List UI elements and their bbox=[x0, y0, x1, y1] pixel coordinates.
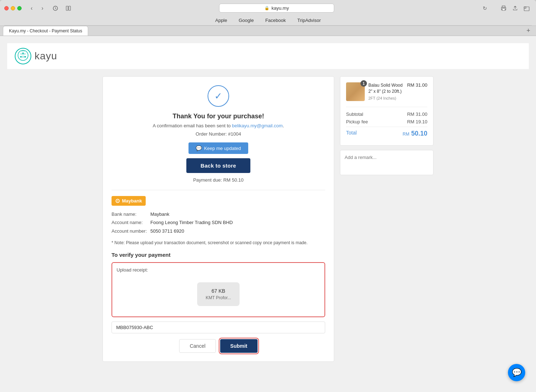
close-button[interactable] bbox=[4, 6, 9, 10]
active-tab[interactable]: Kayu.my - Checkout - Payment Status bbox=[3, 26, 88, 36]
right-panel: 1 Balau Solid Wood 2" x 8" (2 to 20ft.) … bbox=[340, 76, 433, 362]
pickup-fee-value: RM 19.10 bbox=[407, 119, 427, 124]
browser-window: ‹ › 🔒 kayu.my ↻ bbox=[0, 0, 536, 392]
logo-text: kayu bbox=[35, 50, 57, 62]
confirmation-text: A confirmation email has been sent to be… bbox=[112, 123, 325, 128]
svg-point-9 bbox=[22, 53, 24, 54]
bank-symbol-icon: ⊙ bbox=[115, 197, 120, 204]
remark-box bbox=[340, 150, 433, 175]
success-icon-container: ✓ bbox=[112, 85, 325, 107]
minimize-button[interactable] bbox=[11, 6, 15, 10]
account-number-value: 5050 3711 6920 bbox=[150, 227, 184, 235]
product-variant: 2FT (24 Inches) bbox=[368, 96, 404, 100]
print-button[interactable] bbox=[499, 4, 509, 13]
new-tab-button[interactable] bbox=[522, 4, 532, 13]
product-quantity-badge: 1 bbox=[360, 80, 367, 87]
upload-label: Upload receipt: bbox=[117, 267, 320, 273]
svg-rect-7 bbox=[524, 7, 526, 8]
svg-rect-2 bbox=[69, 6, 71, 10]
bank-name-label: Bank name: bbox=[112, 210, 147, 218]
subtotal-label: Subtotal bbox=[346, 111, 363, 117]
bank-details: Bank name: Maybank Account name: Foong L… bbox=[112, 210, 325, 235]
total-currency: RM bbox=[403, 132, 409, 137]
thank-you-title: Thank You for your purchase! bbox=[112, 113, 325, 120]
upload-receipt-box: Upload receipt: 67 KB KMT Profor... bbox=[112, 262, 325, 317]
messenger-fab[interactable]: 💬 bbox=[508, 364, 525, 381]
main-layout: ✓ Thank You for your purchase! A confirm… bbox=[103, 76, 433, 362]
maximize-button[interactable] bbox=[17, 6, 22, 10]
order-summary-card: 1 Balau Solid Wood 2" x 8" (2 to 20ft.) … bbox=[340, 76, 433, 146]
confirmation-email[interactable]: belikayu.my@gmail.com bbox=[232, 123, 283, 128]
pickup-fee-row: Pickup fee RM 19.10 bbox=[346, 119, 427, 124]
verify-payment-title: To verify your payment bbox=[112, 252, 325, 258]
bookmark-tripadvisor[interactable]: TripAdvisor bbox=[297, 18, 321, 23]
share-button[interactable] bbox=[510, 4, 520, 13]
divider bbox=[112, 190, 325, 190]
pickup-fee-label: Pickup fee bbox=[346, 119, 368, 124]
total-label: Total bbox=[346, 130, 357, 137]
remark-input[interactable] bbox=[345, 155, 429, 169]
file-preview: 67 KB KMT Profor... bbox=[197, 282, 240, 306]
logo-container: kayu bbox=[14, 47, 57, 65]
bank-note: * Note: Please upload your transaction d… bbox=[112, 240, 325, 246]
layout-button[interactable] bbox=[63, 4, 73, 13]
svg-point-10 bbox=[20, 56, 22, 58]
left-panel: ✓ Thank You for your purchase! A confirm… bbox=[103, 76, 334, 362]
product-price: RM 31.00 bbox=[407, 82, 427, 101]
total-value: 50.10 bbox=[411, 130, 427, 137]
file-size: 67 KB bbox=[206, 288, 231, 294]
product-thumb-container: 1 bbox=[346, 82, 365, 101]
account-number-label: Account number: bbox=[112, 227, 147, 235]
traffic-lights bbox=[4, 6, 22, 10]
logo-icon bbox=[14, 47, 32, 65]
bank-name-value: Maybank bbox=[150, 210, 169, 218]
order-number: Order Number: #1004 bbox=[112, 131, 325, 137]
product-info: Balau Solid Wood 2" x 8" (2 to 20ft.) 2F… bbox=[368, 82, 404, 101]
browser-titlebar: ‹ › 🔒 kayu.my ↻ bbox=[0, 0, 536, 26]
svg-point-11 bbox=[24, 56, 26, 58]
bookmark-facebook[interactable]: Facebook bbox=[265, 18, 286, 23]
address-text: kayu.my bbox=[272, 5, 289, 11]
lock-icon: 🔒 bbox=[264, 6, 269, 10]
file-name: KMT Profor... bbox=[206, 295, 231, 300]
svg-rect-5 bbox=[502, 9, 505, 10]
history-button[interactable] bbox=[50, 4, 60, 13]
address-bar[interactable]: 🔒 kayu.my bbox=[219, 4, 334, 13]
site-header: kayu bbox=[7, 43, 529, 69]
bank-logo: ⊙ Maybank bbox=[112, 196, 146, 206]
cancel-button[interactable]: Cancel bbox=[179, 339, 216, 353]
product-name: Balau Solid Wood 2" x 8" (2 to 20ft.) bbox=[368, 82, 404, 95]
submit-button[interactable]: Submit bbox=[220, 339, 257, 353]
payment-due: Payment due: RM 50.10 bbox=[112, 177, 325, 183]
account-name-value: Foong Leong Timber Trading SDN BHD bbox=[150, 218, 233, 227]
form-actions: Cancel Submit bbox=[112, 339, 325, 353]
subtotal-value: RM 31.00 bbox=[407, 111, 427, 117]
upload-area[interactable]: 67 KB KMT Profor... bbox=[117, 276, 320, 312]
messenger-fab-icon: 💬 bbox=[512, 368, 522, 377]
reload-button[interactable]: ↻ bbox=[480, 4, 490, 13]
messenger-icon: 💬 bbox=[196, 145, 202, 151]
product-row: 1 Balau Solid Wood 2" x 8" (2 to 20ft.) … bbox=[346, 82, 427, 101]
total-amount: RM 50.10 bbox=[403, 130, 427, 137]
tab-bar: Kayu.my - Checkout - Payment Status + bbox=[0, 26, 536, 36]
forward-button[interactable]: › bbox=[37, 4, 47, 13]
add-tab-button[interactable]: + bbox=[523, 27, 533, 35]
total-row: Total RM 50.10 bbox=[346, 127, 427, 137]
page-content: kayu ✓ Thank You for your purchase! A co… bbox=[0, 36, 536, 392]
account-name-label: Account name: bbox=[112, 218, 147, 227]
keep-updated-button[interactable]: 💬 Keep me updated bbox=[188, 142, 248, 154]
bookmark-google[interactable]: Google bbox=[239, 18, 254, 23]
checkmark-icon: ✓ bbox=[214, 91, 222, 102]
subtotal-row: Subtotal RM 31.00 bbox=[346, 111, 427, 117]
back-to-store-button[interactable]: Back to store bbox=[186, 158, 251, 173]
price-rows: Subtotal RM 31.00 Pickup fee RM 19.10 To… bbox=[346, 107, 427, 137]
svg-rect-1 bbox=[66, 6, 68, 10]
success-circle: ✓ bbox=[208, 85, 229, 107]
back-button[interactable]: ‹ bbox=[27, 4, 37, 13]
bookmarks-bar: Apple Google Facebook TripAdvisor bbox=[4, 15, 532, 26]
bookmark-apple[interactable]: Apple bbox=[215, 18, 227, 23]
reference-input[interactable] bbox=[112, 322, 325, 333]
